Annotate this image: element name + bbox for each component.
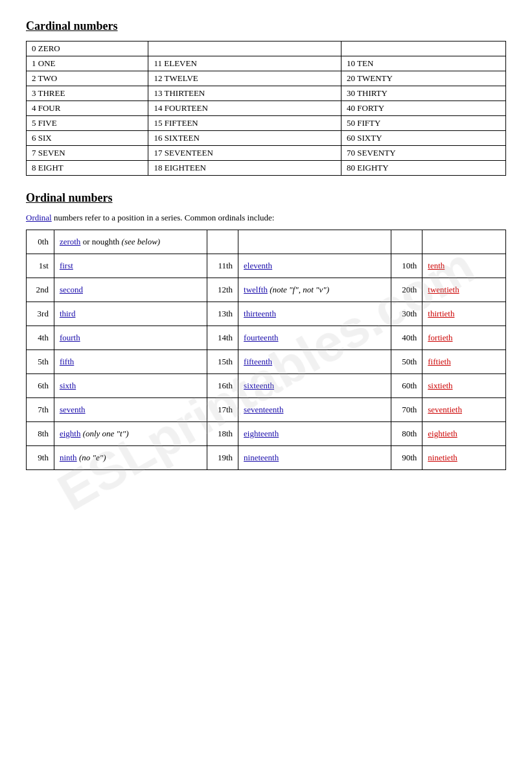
cardinal-cell: 14 FOURTEEN xyxy=(148,101,341,116)
cardinal-cell: 7 SEVEN xyxy=(27,146,148,161)
cardinal-cell: 70 SEVENTY xyxy=(341,146,506,161)
ordinal-link[interactable]: fourth xyxy=(60,333,80,342)
ordinal-suffix-2: 14th xyxy=(207,326,238,350)
ordinal-link[interactable]: sixth xyxy=(60,381,76,390)
ordinal-link[interactable]: eighth xyxy=(60,429,81,438)
ordinal-link[interactable]: tenth xyxy=(428,261,445,270)
ordinal-link[interactable]: ninth xyxy=(60,453,77,462)
ordinal-intro-text: numbers refer to a position in a series.… xyxy=(54,213,274,222)
ordinal-suffix-1: 1st xyxy=(27,254,54,278)
ordinal-suffix-1: 0th xyxy=(27,230,54,254)
cardinal-cell: 80 EIGHTY xyxy=(341,161,506,176)
cardinal-cell: 8 EIGHT xyxy=(27,161,148,176)
ordinal-link[interactable]: fourteenth xyxy=(244,333,278,342)
ordinal-word-3: thirtieth xyxy=(422,302,506,326)
ordinal-link[interactable]: ninetieth xyxy=(428,453,457,462)
ordinal-suffix-3: 40th xyxy=(391,326,422,350)
ordinal-suffix-2 xyxy=(207,230,238,254)
cardinal-cell: 0 ZERO xyxy=(27,41,148,56)
ordinal-suffix-3: 80th xyxy=(391,422,422,446)
ordinal-row: 6thsixth16thsixteenth60thsixtieth xyxy=(27,374,506,398)
ordinal-link[interactable]: fiftieth xyxy=(428,357,450,366)
ordinal-suffix-2: 15th xyxy=(207,350,238,374)
ordinal-suffix-1: 3rd xyxy=(27,302,54,326)
ordinal-word-3: fiftieth xyxy=(422,350,506,374)
ordinal-suffix-1: 7th xyxy=(27,398,54,422)
ordinal-word-2: fourteenth xyxy=(238,326,391,350)
ordinal-suffix-1: 5th xyxy=(27,350,54,374)
ordinal-link[interactable]: seventeenth xyxy=(244,405,283,414)
ordinal-link[interactable]: thirteenth xyxy=(244,309,276,318)
zeroth-link[interactable]: zeroth xyxy=(60,237,80,246)
ordinal-word-1: seventh xyxy=(54,398,207,422)
cardinal-cell: 5 FIVE xyxy=(27,116,148,131)
cardinal-cell xyxy=(341,41,506,56)
ordinal-suffix-3: 50th xyxy=(391,350,422,374)
ordinal-row: 9thninth (no "e")19thnineteenth90thninet… xyxy=(27,446,506,470)
ordinal-link[interactable]: fortieth xyxy=(428,333,452,342)
ordinal-word-2: eleventh xyxy=(238,254,391,278)
ordinal-link[interactable]: fifteenth xyxy=(244,357,272,366)
ordinal-word-3: twentieth xyxy=(422,278,506,302)
ordinal-word-1: third xyxy=(54,302,207,326)
ordinal-link[interactable]: eightieth xyxy=(428,429,457,438)
ordinal-word-3: eightieth xyxy=(422,422,506,446)
cardinal-cell: 17 SEVENTEEN xyxy=(148,146,341,161)
cardinal-cell: 20 TWENTY xyxy=(341,71,506,86)
ordinal-suffix-2: 18th xyxy=(207,422,238,446)
ordinal-link[interactable]: twentieth xyxy=(428,285,459,294)
ordinal-word-1: fifth xyxy=(54,350,207,374)
cardinal-cell: 50 FIFTY xyxy=(341,116,506,131)
ordinal-word-1: first xyxy=(54,254,207,278)
ordinal-word-3: sixtieth xyxy=(422,374,506,398)
ordinal-link[interactable]: second xyxy=(60,285,83,294)
ordinal-suffix-3: 70th xyxy=(391,398,422,422)
cardinal-cell: 11 ELEVEN xyxy=(148,56,341,71)
cardinal-cell: 18 EIGHTEEN xyxy=(148,161,341,176)
ordinal-suffix-3: 60th xyxy=(391,374,422,398)
ordinal-link[interactable]: fifth xyxy=(60,357,74,366)
ordinal-suffix-3: 90th xyxy=(391,446,422,470)
cardinal-cell: 2 TWO xyxy=(27,71,148,86)
ordinal-suffix-2: 13th xyxy=(207,302,238,326)
ordinal-word-3: ninetieth xyxy=(422,446,506,470)
ordinal-link[interactable]: twelfth xyxy=(244,285,268,294)
ordinal-link[interactable]: nineteenth xyxy=(244,453,279,462)
ordinal-row: 8theighth (only one "t")18theighteenth80… xyxy=(27,422,506,446)
ordinal-table: 0thzeroth or noughth (see below)1stfirst… xyxy=(26,230,506,470)
ordinal-link[interactable]: thirtieth xyxy=(428,309,454,318)
ordinal-row: 4thfourth14thfourteenth40thfortieth xyxy=(27,326,506,350)
ordinal-link[interactable]: eleventh xyxy=(244,261,272,270)
cardinal-cell: 13 THIRTEEN xyxy=(148,86,341,101)
ordinal-word-3: fortieth xyxy=(422,326,506,350)
ordinal-suffix-2: 11th xyxy=(207,254,238,278)
ordinal-link[interactable]: first xyxy=(60,261,73,270)
ordinal-link[interactable]: sixtieth xyxy=(428,381,452,390)
ordinal-word-1: eighth (only one "t") xyxy=(54,422,207,446)
ordinal-word-3: tenth xyxy=(422,254,506,278)
ordinal-word-1: sixth xyxy=(54,374,207,398)
ordinal-link[interactable]: eighteenth xyxy=(244,429,279,438)
ordinal-suffix-3 xyxy=(391,230,422,254)
ordinal-word-2: fifteenth xyxy=(238,350,391,374)
ordinal-word-2: eighteenth xyxy=(238,422,391,446)
ordinal-row: 1stfirst11theleventh10thtenth xyxy=(27,254,506,278)
ordinal-suffix-3: 20th xyxy=(391,278,422,302)
ordinal-link[interactable]: sixteenth xyxy=(244,381,274,390)
cardinal-cell: 40 FORTY xyxy=(341,101,506,116)
ordinal-word-2: nineteenth xyxy=(238,446,391,470)
ordinal-title: Ordinal numbers xyxy=(26,191,506,205)
ordinal-row: 3rdthird13ththirteenth30ththirtieth xyxy=(27,302,506,326)
ordinal-suffix-1: 9th xyxy=(27,446,54,470)
ordinal-link[interactable]: Ordinal xyxy=(26,213,52,222)
ordinal-suffix-3: 10th xyxy=(391,254,422,278)
ordinal-link[interactable]: seventh xyxy=(60,405,86,414)
ordinal-suffix-1: 2nd xyxy=(27,278,54,302)
ordinal-section: Ordinal numbers Ordinal numbers refer to… xyxy=(26,191,506,470)
ordinal-link[interactable]: third xyxy=(60,309,76,318)
ordinal-word-2 xyxy=(238,230,391,254)
cardinal-cell xyxy=(148,41,341,56)
ordinal-suffix-3: 30th xyxy=(391,302,422,326)
ordinal-link[interactable]: seventieth xyxy=(428,405,462,414)
cardinal-cell: 30 THIRTY xyxy=(341,86,506,101)
